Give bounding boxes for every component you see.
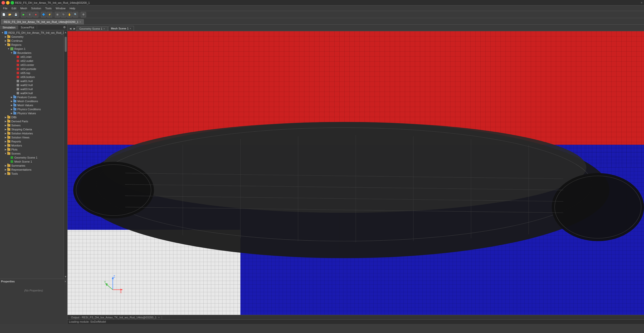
scene-tab-mesh1-close[interactable]: × (130, 27, 131, 30)
tree-scroll-up[interactable]: ▲ (64, 30, 67, 34)
main-tab-close[interactable]: × (80, 21, 81, 23)
output-tab[interactable]: Output - RESI_FS_DH_Ice_Amax_TK_Init_wo_… (69, 316, 162, 319)
tree-item-vt02[interactable]: ▶ vt02.outlet (0, 59, 64, 63)
maximize-button[interactable] (11, 1, 14, 5)
menu-window[interactable]: Window (54, 6, 67, 10)
tree-item-wal01[interactable]: ▶ wal01.hull (0, 79, 64, 83)
scene-tab-scroll-right[interactable]: ▶ (73, 26, 77, 31)
scene-tab-geometry1[interactable]: Geometry Scene 1 × (77, 26, 108, 31)
hull-3d-shape (67, 31, 644, 315)
svg-point-3 (73, 162, 154, 218)
tree-item-geometry-scene1[interactable]: ▶ Geometry Scene 1 (0, 156, 64, 160)
main-tab-simulation[interactable]: RESI_FS_DH_Ice_Amax_TK_Init_wo_Rud_14kts… (1, 19, 84, 24)
properties-panel: Properties × (No Properties) (0, 279, 67, 324)
tree-item-region1[interactable]: ▼ Region 1 (0, 47, 64, 51)
toolbar-rotate[interactable]: ↻ (61, 12, 66, 17)
toolbar-sep2 (40, 12, 40, 17)
tree-item-scenes[interactable]: ▼ Scenes (0, 152, 64, 156)
toolbar-sep1 (20, 12, 20, 17)
tree-label-root: RESI_FS_DH_Ice_Amax_TK_Init_wo_Rud_14kts… (8, 31, 64, 34)
toolbar-mesh[interactable]: 🔷 (41, 12, 46, 17)
sim-tab-settings-icon[interactable]: ⚙ (62, 25, 67, 29)
tree-item-feature-curves[interactable]: ▶ Feature Curves (0, 95, 64, 99)
tree-item-vt06[interactable]: ▶ vt06.bottom (0, 75, 64, 79)
svg-text:Y: Y (104, 280, 106, 284)
tree-item-derived-parts[interactable]: ▶ Derived Parts (0, 119, 64, 123)
scene-tab-mesh1[interactable]: Mesh Scene 1 × (108, 26, 134, 31)
tree-item-vt01[interactable]: ▶ vt01.inlet (0, 55, 64, 59)
toolbar-init[interactable]: ⚡ (47, 12, 52, 17)
tree-item-monitors[interactable]: ▶ Monitors (0, 143, 64, 147)
menu-help[interactable]: Help (67, 6, 77, 10)
tree-item-physics-values[interactable]: ▶ Physics Values (0, 111, 64, 115)
toolbar-open[interactable]: 📂 (7, 12, 13, 17)
output-header: Output - RESI_FS_DH_Ice_Amax_TK_Init_wo_… (67, 315, 644, 320)
tree-item-summaries[interactable]: ▶ Summaries (0, 164, 64, 168)
toolbar-new[interactable]: 📄 (1, 12, 7, 17)
titlebar: RESI_FS_DH_Ice_Amax_TK_Init_wo_Rud_14kts… (0, 0, 644, 6)
toolbar-save[interactable]: 💾 (13, 12, 19, 17)
tree-item-root[interactable]: ▼ RESI_FS_DH_Ice_Amax_TK_Init_wo_Rud_14k… (0, 31, 64, 35)
menu-mesh[interactable]: Mesh (18, 6, 29, 10)
scene-tab-geometry1-label: Geometry Scene 1 (79, 27, 102, 30)
svg-point-5 (552, 173, 644, 241)
menu-tools[interactable]: Tools (43, 6, 54, 10)
properties-close-button[interactable]: × (65, 280, 66, 283)
tree-item-solution-histories[interactable]: ▶ Solution Histories (0, 131, 64, 135)
menu-edit[interactable]: Edit (10, 6, 18, 10)
tree-item-regions[interactable]: ▼ Regions (0, 43, 64, 47)
menu-file[interactable]: File (1, 6, 10, 10)
toolbar-stop[interactable]: ■ (33, 12, 39, 17)
output-tab-close[interactable]: × (158, 316, 160, 319)
viewport[interactable]: Z X Y (67, 31, 644, 315)
tree-scroll-track[interactable] (65, 34, 67, 275)
tree-item-vt05[interactable]: ▶ vt05.top (0, 71, 64, 75)
sim-tab-simulation[interactable]: Simulation (0, 25, 18, 29)
sim-tab-scene-plot[interactable]: Scene/Plot (18, 25, 37, 29)
tree-scrollbar[interactable]: ▲ ▼ (64, 30, 67, 279)
tree-item-wal03[interactable]: ▶ wal03.hull (0, 87, 64, 91)
svg-text:Z: Z (113, 275, 115, 278)
tree-item-continua[interactable]: ▶ Continua (0, 39, 64, 43)
properties-header: Properties × (1, 280, 66, 283)
tree-item-wal02[interactable]: ▶ wal02.hull (0, 83, 64, 87)
axis-indicator: Z X Y (103, 275, 123, 295)
tree-item-stopping-criteria[interactable]: ▶ Stopping Criteria (0, 127, 64, 131)
minimize-button[interactable] (6, 1, 10, 5)
tree-item-mesh-scene1[interactable]: ▶ Mesh Scene 1 (0, 160, 64, 164)
toolbar-pause[interactable]: ⏸ (27, 12, 32, 17)
toolbar-settings[interactable]: ⚙ (81, 12, 86, 17)
tree-item-physics-conditions[interactable]: ▶ Physics Conditions (0, 107, 64, 111)
tree-item-dfbi[interactable]: ▶ DfBi (0, 115, 64, 119)
tree-item-vt04[interactable]: ▶ vt04.portside (0, 67, 64, 71)
tree-item-geometry[interactable]: ▶ Geometry (0, 35, 64, 39)
tree-item-vt03[interactable]: ▶ vt03.center (0, 63, 64, 67)
scene-tab-mesh1-label: Mesh Scene 1 (111, 27, 129, 30)
properties-content: (No Properties) (1, 284, 66, 292)
scene-tab-scroll-left[interactable]: ◀ (68, 26, 73, 31)
properties-title: Properties (1, 280, 15, 283)
toolbar-zoom[interactable]: 🔍 (73, 12, 78, 17)
tree-item-plots[interactable]: ▶ Plots (0, 147, 64, 152)
tree-item-representations[interactable]: ▶ Representations (0, 168, 64, 172)
toolbar-zoom-fit[interactable]: ⊞ (55, 12, 60, 17)
tree-item-boundaries[interactable]: ▼ Boundaries (0, 51, 64, 55)
toolbar-pan[interactable]: ✋ (67, 12, 72, 17)
toolbar-run[interactable]: ▶ (21, 12, 26, 17)
tree-scroll-down[interactable]: ▼ (64, 275, 67, 279)
tree-item-mesh-conditions[interactable]: ▶ Mesh Conditions (0, 99, 64, 103)
menu-solution[interactable]: Solution (29, 6, 43, 10)
tree-item-solvers[interactable]: ▶ Solvers (0, 123, 64, 127)
sim-scene-tabs: Simulation Scene/Plot ⚙ (0, 25, 67, 30)
tree-item-mesh-values[interactable]: ▶ Mesh Values (0, 103, 64, 107)
tree-item-reports[interactable]: ▶ Reports (0, 139, 64, 143)
tree-scroll-thumb[interactable] (65, 37, 67, 52)
status-bar: Output - RESI_FS_DH_Ice_Amax_TK_Init_wo_… (67, 315, 644, 324)
main-tabbar: RESI_FS_DH_Ice_Amax_TK_Init_wo_Rud_14kts… (0, 18, 644, 25)
scene-tab-geometry1-close[interactable]: × (103, 27, 105, 30)
viewport-canvas: Z X Y (67, 31, 644, 315)
tree-item-tools[interactable]: ▶ Tools (0, 172, 64, 176)
close-button[interactable] (2, 1, 5, 5)
tree-item-wal04[interactable]: ▶ wal04.hull (0, 91, 64, 95)
tree-item-solution-views[interactable]: ▶ Solution Views (0, 135, 64, 139)
